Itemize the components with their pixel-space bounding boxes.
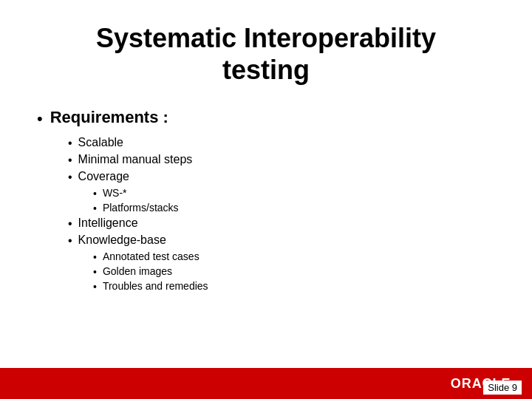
sub-sub-item-label: Platforms/stacks (103, 202, 179, 214)
list-item: • Intelligence (68, 216, 495, 231)
title-line1: Systematic Interoperability (96, 23, 436, 53)
sub-sub-item-label: Troubles and remedies (103, 280, 208, 292)
list-item: • Platforms/stacks (93, 202, 495, 214)
sub-sub-dot: • (93, 281, 97, 293)
content-area: Systematic Interoperability testing • Re… (0, 0, 532, 368)
list-item: • Scalable (68, 136, 495, 150)
sub-sub-list: • Annotated test cases • Golden images •… (93, 250, 495, 293)
list-item: • Annotated test cases (93, 250, 495, 263)
list-item: • WS-* (93, 187, 495, 200)
sub-dot: • (68, 234, 72, 248)
slide: Systematic Interoperability testing • Re… (0, 0, 532, 399)
sub-dot: • (68, 171, 72, 184)
sub-dot: • (68, 217, 72, 231)
sub-sub-dot: • (93, 202, 97, 214)
main-bullet: • Requirements : (37, 108, 495, 129)
sub-item-label: Scalable (78, 136, 123, 149)
main-bullet-dot: • (37, 109, 43, 129)
list-item: • Minimal manual steps (68, 153, 495, 167)
slide-title: Systematic Interoperability testing (37, 22, 495, 86)
sub-item-label: Minimal manual steps (78, 153, 193, 166)
sub-sub-item-label: Golden images (103, 265, 172, 277)
sub-sub-dot: • (93, 188, 97, 200)
main-bullet-text: Requirements : (50, 108, 168, 127)
list-item: • Golden images (93, 265, 495, 278)
sub-dot: • (68, 137, 72, 150)
sub-sub-item-label: Annotated test cases (103, 250, 200, 262)
sub-item-label: Coverage (78, 170, 129, 183)
sub-sub-dot: • (93, 251, 97, 263)
sub-sub-item-label: WS-* (103, 187, 127, 199)
sub-item-label: Knowledge-base (78, 233, 166, 247)
slide-number: Slide 9 (483, 381, 522, 395)
footer-bar: ORACLE ® (0, 368, 532, 399)
sub-sub-list: • WS-* • Platforms/stacks (93, 187, 495, 214)
sub-sub-dot: • (93, 266, 97, 278)
sub-list: • Scalable • Minimal manual steps • Cove… (68, 136, 495, 293)
title-line2: testing (222, 55, 310, 85)
list-item: • Knowledge-base (68, 233, 495, 248)
sub-dot: • (68, 154, 72, 167)
sub-item-label: Intelligence (78, 216, 138, 230)
list-item: • Troubles and remedies (93, 280, 495, 293)
list-item: • Coverage (68, 170, 495, 184)
